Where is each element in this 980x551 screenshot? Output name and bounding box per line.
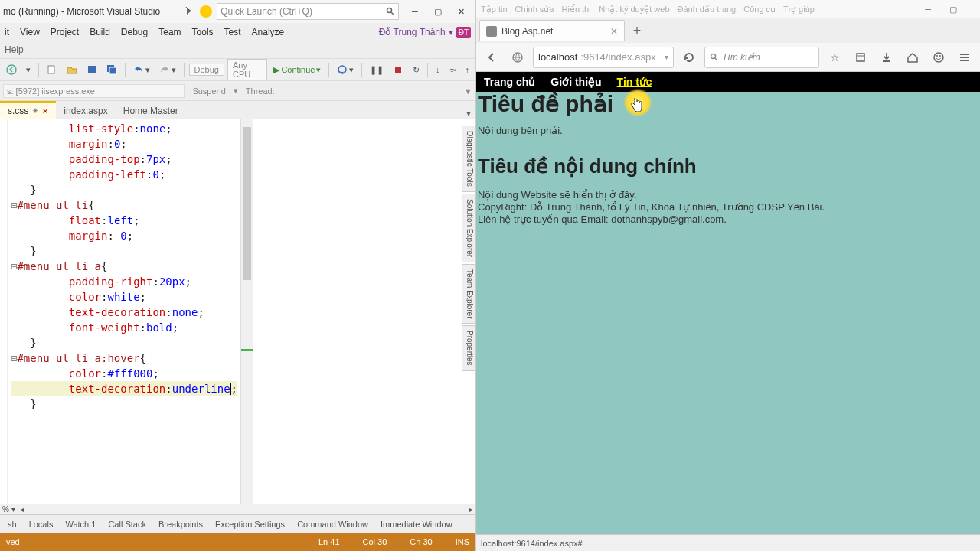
document-tab-active[interactable]: s.css ⁕ ✕ [0,101,56,119]
panel-tab[interactable]: Watch 1 [60,517,100,531]
undo-button[interactable]: ▾ [130,63,153,77]
url-bar[interactable]: localhost:9614/index.aspx ▾ [533,47,674,68]
document-tab[interactable]: index.aspx [56,103,115,119]
panel-tab[interactable]: Immediate Window [376,517,457,531]
minimize-button[interactable]: ─ [925,5,931,14]
menu-item[interactable]: Help [5,44,24,55]
side-tool-tab[interactable]: Team Explorer [462,264,475,324]
maximize-button[interactable]: ▢ [426,2,449,21]
tab-overflow-button[interactable]: ▾ [462,108,475,119]
site-nav-link[interactable]: Trang chủ [476,76,543,88]
maximize-button[interactable]: ▢ [949,5,957,15]
step-into-button[interactable]: ↓ [433,64,443,76]
nav-fwd-button[interactable]: ▾ [23,64,34,77]
restart-button[interactable]: ↻ [410,64,423,77]
panel-tab[interactable]: Exception Settings [211,517,289,531]
chevron-down-icon[interactable]: ▾ [665,53,668,61]
save-all-button[interactable] [103,63,120,77]
open-button[interactable] [64,63,80,77]
bookmark-star-button[interactable]: ☆ [824,47,845,68]
site-nav-link-hover[interactable]: Tin tức [609,76,660,88]
panel-tab[interactable]: Command Window [292,517,373,531]
close-icon[interactable]: ✕ [42,107,48,116]
menu-item[interactable]: Debug [121,27,148,37]
panel-tab[interactable]: Breakpoints [154,517,207,531]
search-icon [710,53,719,62]
minimize-button[interactable]: ─ [403,2,426,21]
ff-menu-item[interactable]: Đánh dấu trang [678,5,737,15]
paragraph: Nội dung bên phải. [478,125,980,136]
pause-button[interactable]: ❚❚ [367,64,387,77]
status-ins: INS [456,537,469,546]
side-tool-tab[interactable]: Properties [462,325,475,371]
process-dropdown[interactable]: s: [5972] iisexpress.exe [3,84,185,98]
menu-item[interactable]: Team [158,27,181,37]
body-line: Nội dung Website sẽ hiển thị ở đây. [478,189,980,201]
reload-button[interactable] [678,47,700,68]
status-link: localhost:9614/index.aspx# [481,539,583,548]
vertical-scrollbar[interactable] [240,119,253,504]
chat-button[interactable] [928,47,949,68]
back-button[interactable] [481,47,502,68]
ff-menu-item[interactable]: Tập tin [481,5,508,15]
stop-button[interactable] [390,63,407,77]
continue-button[interactable]: ▶ Continue ▾ [270,64,324,77]
search-box[interactable]: Tìm kiếm [704,47,819,68]
svg-point-14 [934,53,943,62]
redo-button[interactable]: ▾ [156,63,179,77]
ff-menu-item[interactable]: Hiển thị [562,5,592,15]
panel-tab[interactable]: sh [3,517,21,531]
identity-button[interactable] [507,47,528,68]
menu-item[interactable]: Build [90,27,110,37]
svg-point-0 [387,8,392,13]
code-content[interactable]: list-style:none; margin:0; padding-top:7… [8,119,240,504]
scrollbar-thumb[interactable] [243,127,251,280]
library-button[interactable] [850,47,871,68]
feedback-icon[interactable] [200,5,212,18]
document-tab[interactable]: Home.Master [116,103,186,119]
menu-item[interactable]: Project [51,27,79,37]
step-over-button[interactable]: ⤼ [446,64,459,77]
ff-menu-item[interactable]: Nhật ký duyệt web [599,5,669,15]
panel-tab[interactable]: Locals [24,517,58,531]
firefox-window: Tập tin Chỉnh sửa Hiển thị Nhật ký duyệt… [476,0,980,551]
new-tab-button[interactable]: + [628,21,646,40]
side-tool-tab[interactable]: Solution Explorer [462,194,475,262]
nav-back-button[interactable] [3,63,20,77]
close-icon[interactable]: ✕ [610,26,618,37]
platform-dropdown[interactable]: Any CPU [227,59,267,80]
menu-item[interactable]: Tools [192,27,214,37]
ff-menu-item[interactable]: Công cụ [743,5,776,15]
filter-icon[interactable]: ▼ [464,86,472,96]
user-account[interactable]: Đỗ Trung Thành ▾ ĐT [379,27,471,38]
save-button[interactable] [83,63,100,77]
notifications-icon[interactable] [183,5,195,18]
panel-tab[interactable]: Call Stack [103,517,151,531]
menu-item[interactable]: it [5,27,9,37]
code-editor[interactable]: list-style:none; margin:0; padding-top:7… [0,119,475,504]
side-tool-tab[interactable]: Diagnostic Tools [462,126,475,192]
step-out-button[interactable]: ↑ [462,64,472,76]
browser-tab[interactable]: Blog Asp.net ✕ [479,20,625,41]
svg-line-1 [391,12,394,15]
user-badge: ĐT [456,27,471,38]
menu-item[interactable]: Analyze [252,27,285,37]
zoom-dropdown[interactable]: % ▾ [2,505,15,514]
home-button[interactable] [902,47,923,68]
downloads-button[interactable] [876,47,897,68]
config-dropdown[interactable]: Debug [189,64,224,76]
search-placeholder: Tìm kiếm [722,52,760,63]
ff-menu-item[interactable]: Trợ giúp [783,5,815,15]
page-content: Trang chủ Giới thiệu Tin tức Tiêu đề phả… [476,72,980,534]
menu-item[interactable]: View [20,27,40,37]
user-name: Đỗ Trung Thành [379,27,446,37]
browser-link-button[interactable]: ▾ [334,63,357,77]
menu-item[interactable]: Test [224,27,241,37]
hamburger-menu-button[interactable] [954,47,975,68]
suspend-button[interactable]: Suspend [192,86,225,96]
ff-menu-item[interactable]: Chỉnh sửa [515,5,554,15]
close-button[interactable]: ✕ [449,2,472,21]
quick-launch-input[interactable]: Quick Launch (Ctrl+Q) [217,3,399,20]
site-nav-link[interactable]: Giới thiệu [543,76,609,88]
new-item-button[interactable] [44,63,60,77]
